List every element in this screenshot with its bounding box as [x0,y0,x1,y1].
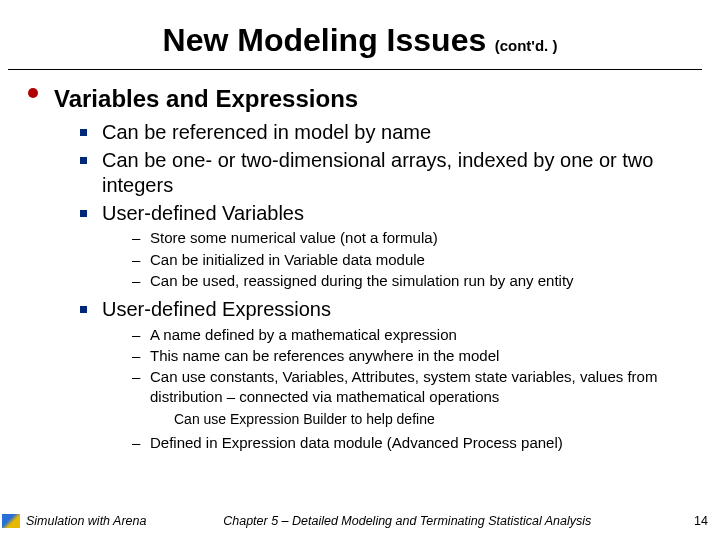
dash-icon: – [132,346,140,366]
sub-list: – A name defined by a mathematical expre… [132,325,694,453]
list-item-text: User-defined Expressions [102,297,694,323]
slide-title: New Modeling Issues [163,22,487,58]
sub-list-item: – Defined in Expression data module (Adv… [132,433,694,453]
dash-icon: – [132,433,140,453]
page-number: 14 [668,514,720,528]
dash-icon: – [132,325,140,345]
footer: Simulation with Arena Chapter 5 – Detail… [0,512,720,530]
sub-list-item-text: Defined in Expression data module (Advan… [150,433,694,453]
sub-list-item-text: Can be initialized in Variable data modu… [150,250,694,270]
sub-list-item: – Can use constants, Variables, Attribut… [132,367,694,428]
section-heading-text: Variables and Expressions [54,84,694,114]
slide-title-suffix: (cont'd. ) [495,37,558,54]
section-heading: Variables and Expressions Can be referen… [28,84,694,453]
dash-icon: – [132,271,140,291]
sub-sub-item: Can use Expression Builder to help defin… [174,410,694,429]
sub-list-item-text: Store some numerical value (not a formul… [150,228,694,248]
dash-icon: – [132,228,140,248]
list-item-text: User-defined Variables [102,201,694,227]
bullet-disc-icon [28,88,38,98]
list-item-text: Can be one- or two-dimensional arrays, i… [102,148,694,199]
sub-list-item: – Can be used, reassigned during the sim… [132,271,694,291]
sub-list-item-text: Can be used, reassigned during the simul… [150,271,694,291]
sub-list-item: – Store some numerical value (not a form… [132,228,694,248]
list-item: User-defined Expressions – A name define… [80,297,694,453]
bullet-list: Can be referenced in model by name Can b… [80,120,694,453]
bullet-square-icon [80,210,87,217]
sub-list-item-text: This name can be references anywhere in … [150,346,694,366]
dash-icon: – [132,367,140,387]
title-area: New Modeling Issues (cont'd. ) [0,0,720,65]
content: Variables and Expressions Can be referen… [0,70,720,453]
sub-list: – Store some numerical value (not a form… [132,228,694,291]
list-item: Can be one- or two-dimensional arrays, i… [80,148,694,199]
sub-list-item: – Can be initialized in Variable data mo… [132,250,694,270]
logo-icon [2,514,20,528]
footer-left: Simulation with Arena [26,514,146,528]
footer-center: Chapter 5 – Detailed Modeling and Termin… [146,514,668,528]
sub-list-item-text: A name defined by a mathematical express… [150,325,694,345]
dash-icon: – [132,250,140,270]
sub-sub-item-text: Can use Expression Builder to help defin… [174,410,694,429]
list-item: User-defined Variables – Store some nume… [80,201,694,291]
bullet-square-icon [80,306,87,313]
sub-list-item-text: Can use constants, Variables, Attributes… [150,367,694,408]
bullet-square-icon [80,129,87,136]
list-item: Can be referenced in model by name [80,120,694,146]
bullet-square-icon [80,157,87,164]
list-item-text: Can be referenced in model by name [102,120,694,146]
sub-list-item: – A name defined by a mathematical expre… [132,325,694,345]
slide: New Modeling Issues (cont'd. ) Variables… [0,0,720,540]
sub-list-item: – This name can be references anywhere i… [132,346,694,366]
